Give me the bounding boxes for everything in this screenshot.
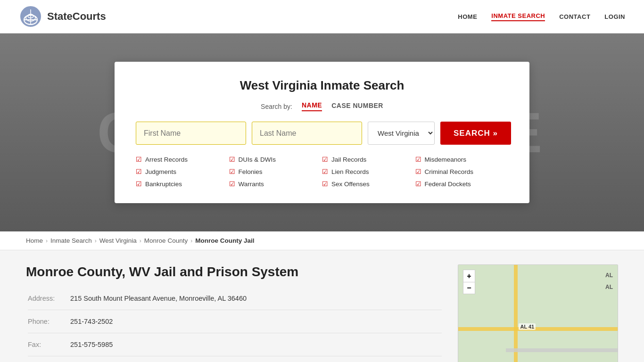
map-road-secondary xyxy=(506,348,618,352)
breadcrumb-current: Monroe County Jail xyxy=(195,237,254,244)
feature-label: DUIs & DWIs xyxy=(239,156,276,163)
feature-item: ☑Arrest Records xyxy=(136,154,229,165)
breadcrumb: Home › Inmate Search › West Virginia › M… xyxy=(0,231,644,250)
table-row-fax: Fax: 251-575-5985 xyxy=(26,337,444,352)
feature-label: Misdemeanors xyxy=(425,156,467,163)
breadcrumb-sep-3: › xyxy=(140,238,141,244)
jail-title: Monroe County, WV Jail and Prison System xyxy=(26,264,444,280)
logo-area: StateCourts xyxy=(19,5,106,28)
feature-item: ☑Warrants xyxy=(229,179,322,189)
breadcrumb-sep-4: › xyxy=(190,238,192,244)
check-icon: ☑ xyxy=(322,168,328,175)
nav-home[interactable]: HOME xyxy=(458,13,477,20)
fax-value: 251-575-5985 xyxy=(68,337,444,352)
map-state-label-2: AL xyxy=(605,284,613,290)
breadcrumb-home[interactable]: Home xyxy=(26,237,43,244)
feature-label: Warrants xyxy=(239,181,264,188)
check-icon: ☑ xyxy=(415,168,421,175)
map-state-label-1: AL xyxy=(605,272,613,279)
feature-label: Felonies xyxy=(239,168,263,175)
check-icon: ☑ xyxy=(415,180,421,188)
map-road-label: AL 41 xyxy=(519,323,536,330)
hero-section: COURTHOUSE West Virginia Inmate Search S… xyxy=(0,33,644,231)
first-name-input[interactable] xyxy=(136,122,246,145)
nav-links: HOME INMATE SEARCH CONTACT LOGIN xyxy=(458,12,625,21)
check-icon: ☑ xyxy=(229,180,235,188)
check-icon: ☑ xyxy=(322,180,328,188)
breadcrumb-state[interactable]: West Virginia xyxy=(99,237,137,244)
check-icon: ☑ xyxy=(136,156,142,163)
last-name-input[interactable] xyxy=(252,122,362,145)
feature-item: ☑Federal Dockets xyxy=(415,179,509,189)
search-form: West Virginia SEARCH » xyxy=(136,122,508,145)
check-icon: ☑ xyxy=(136,180,142,188)
feature-label: Judgments xyxy=(145,168,176,175)
phone-value: 251-743-2502 xyxy=(68,314,444,329)
features-grid: ☑Arrest Records☑DUIs & DWIs☑Jail Records… xyxy=(136,154,508,189)
check-icon: ☑ xyxy=(229,168,235,175)
fax-label: Fax: xyxy=(26,337,68,352)
check-icon: ☑ xyxy=(229,156,235,163)
content-main: Monroe County, WV Jail and Prison System… xyxy=(26,264,444,362)
header: StateCourts HOME INMATE SEARCH CONTACT L… xyxy=(0,0,644,33)
search-modal: West Virginia Inmate Search Search by: N… xyxy=(115,62,529,203)
map-zoom-out[interactable]: − xyxy=(463,282,475,294)
breadcrumb-sep-2: › xyxy=(95,238,97,244)
feature-item: ☑Criminal Records xyxy=(415,166,509,177)
modal-title: West Virginia Inmate Search xyxy=(136,78,508,93)
feature-item: ☑Lien Records xyxy=(322,166,415,177)
address-value: 215 South Mount Pleasant Avenue, Monroev… xyxy=(68,291,444,305)
feature-label: Federal Dockets xyxy=(425,181,471,188)
feature-item: ☑Misdemeanors xyxy=(415,154,509,165)
feature-label: Criminal Records xyxy=(425,168,474,175)
feature-label: Bankruptcies xyxy=(145,181,182,188)
address-label: Address: xyxy=(26,291,68,305)
map-road-vertical xyxy=(514,265,518,362)
phone-label: Phone: xyxy=(26,314,68,329)
search-by-row: Search by: NAME CASE NUMBER xyxy=(136,101,508,111)
table-row-divider-1 xyxy=(26,305,444,314)
feature-item: ☑Felonies xyxy=(229,166,322,177)
nav-login[interactable]: LOGIN xyxy=(604,13,625,20)
feature-label: Arrest Records xyxy=(145,156,188,163)
table-row-divider-3 xyxy=(26,352,444,361)
tab-case-number[interactable]: CASE NUMBER xyxy=(331,102,383,111)
state-select[interactable]: West Virginia xyxy=(368,122,435,145)
content-section: Monroe County, WV Jail and Prison System… xyxy=(0,250,644,362)
feature-label: Sex Offenses xyxy=(331,181,370,188)
search-by-label: Search by: xyxy=(261,103,292,110)
nav-contact[interactable]: CONTACT xyxy=(559,13,590,20)
feature-item: ☑Judgments xyxy=(136,166,229,177)
map-container: AL 41 AL AL Monroeville + − xyxy=(458,264,618,362)
breadcrumb-county[interactable]: Monroe County xyxy=(144,237,188,244)
table-row-divider-2 xyxy=(26,329,444,337)
info-table: Address: 215 South Mount Pleasant Avenue… xyxy=(26,291,444,362)
feature-label: Jail Records xyxy=(331,156,366,163)
breadcrumb-inmate-search[interactable]: Inmate Search xyxy=(50,237,92,244)
feature-item: ☑Bankruptcies xyxy=(136,179,229,189)
tab-name[interactable]: NAME xyxy=(302,101,322,111)
logo-icon xyxy=(19,5,42,28)
map-road-horizontal xyxy=(458,327,618,331)
check-icon: ☑ xyxy=(415,156,421,163)
feature-item: ☑DUIs & DWIs xyxy=(229,154,322,165)
feature-item: ☑Sex Offenses xyxy=(322,179,415,189)
check-icon: ☑ xyxy=(322,156,328,163)
feature-label: Lien Records xyxy=(331,168,369,175)
feature-item: ☑Jail Records xyxy=(322,154,415,165)
table-row-phone: Phone: 251-743-2502 xyxy=(26,314,444,329)
logo-text: StateCourts xyxy=(47,10,106,23)
breadcrumb-sep-1: › xyxy=(46,238,48,244)
map-zoom-in[interactable]: + xyxy=(463,270,475,282)
nav-inmate-search[interactable]: INMATE SEARCH xyxy=(491,12,545,21)
map-controls: + − xyxy=(463,270,475,294)
map-background xyxy=(458,265,618,362)
table-row-address: Address: 215 South Mount Pleasant Avenue… xyxy=(26,291,444,305)
check-icon: ☑ xyxy=(136,168,142,175)
search-button[interactable]: SEARCH » xyxy=(440,122,511,145)
